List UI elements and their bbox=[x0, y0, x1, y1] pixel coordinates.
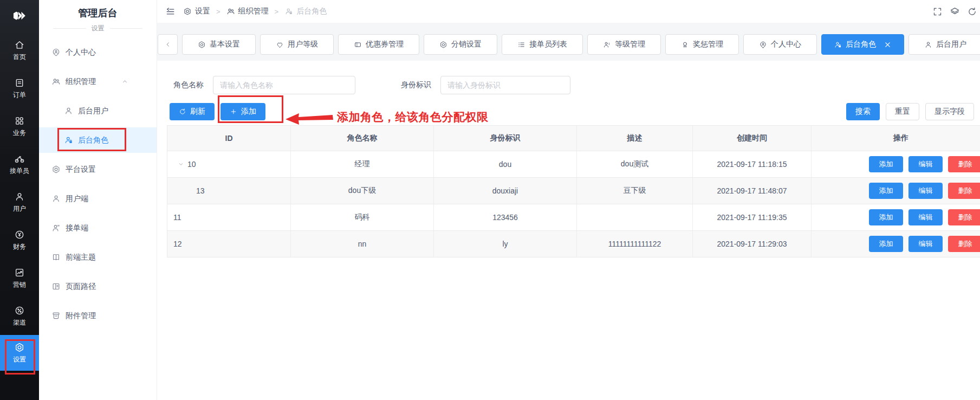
row-add-button[interactable]: 添加 bbox=[869, 236, 903, 252]
breadcrumb-separator: > bbox=[275, 8, 279, 16]
sidebar-menu-item[interactable]: 附件管理 bbox=[39, 303, 157, 328]
breadcrumb-label: 后台角色 bbox=[296, 7, 327, 16]
skin-button[interactable] bbox=[950, 7, 960, 17]
tab-item[interactable]: 等级管理 bbox=[587, 34, 661, 55]
table-header-row: ID角色名称身份标识描述创建时间操作 bbox=[167, 126, 980, 151]
skin-icon bbox=[950, 7, 960, 17]
sidebar-menu-item[interactable]: 用户端 bbox=[39, 186, 157, 211]
tab-item[interactable]: 分销设置 bbox=[424, 34, 497, 55]
row-add-button[interactable]: 添加 bbox=[869, 183, 903, 199]
tab-item[interactable]: 优惠券管理 bbox=[338, 34, 419, 55]
person-icon bbox=[924, 41, 932, 49]
tab-label: 个人中心 bbox=[771, 40, 801, 49]
breadcrumb-item[interactable]: 设置 bbox=[183, 7, 210, 16]
tab-label: 后台角色 bbox=[846, 40, 876, 49]
sidebar-menu-item[interactable]: 个人中心 bbox=[39, 40, 157, 65]
rail-item[interactable]: 接单员 bbox=[0, 145, 39, 183]
tabs-scroll-left-button[interactable] bbox=[158, 34, 178, 55]
annotation-text: 添加角色，给该角色分配权限 bbox=[337, 109, 489, 125]
fields-button[interactable]: 显示字段 bbox=[925, 103, 974, 120]
rail-item[interactable]: 首页 bbox=[0, 31, 39, 69]
refresh-button[interactable] bbox=[967, 7, 977, 17]
rail-item[interactable]: 用户 bbox=[0, 183, 39, 221]
breadcrumb-item[interactable]: 后台角色 bbox=[284, 7, 327, 16]
tab-item[interactable]: 个人中心 bbox=[743, 34, 817, 55]
sidebar-menu-item[interactable]: 页面路径 bbox=[39, 274, 157, 299]
refresh-button[interactable]: 刷新 bbox=[170, 103, 215, 120]
sidebar-item-label: 前端主题 bbox=[66, 253, 96, 262]
rail-item[interactable]: 营销 bbox=[0, 259, 39, 297]
row-delete-button[interactable]: 删除 bbox=[948, 209, 980, 225]
sidebar-menu-item[interactable]: 接单端 bbox=[39, 215, 157, 241]
cell-desc: 11111111111122 bbox=[577, 231, 693, 257]
rail-item-label: 业务 bbox=[13, 130, 26, 137]
row-delete-button[interactable]: 删除 bbox=[948, 156, 980, 172]
person-pin-icon bbox=[759, 41, 767, 49]
tab-item[interactable]: 基本设置 bbox=[182, 34, 256, 55]
sidebar-menu-item[interactable]: 组织管理 bbox=[39, 69, 157, 94]
tab-label: 优惠券管理 bbox=[366, 40, 404, 49]
tab-label: 用户等级 bbox=[288, 40, 318, 49]
row-edit-button[interactable]: 编辑 bbox=[908, 236, 943, 252]
app-logo[interactable] bbox=[0, 0, 39, 31]
nut-icon bbox=[183, 7, 192, 16]
tab-label: 奖惩管理 bbox=[693, 40, 723, 49]
collapse-sidebar-button[interactable] bbox=[165, 7, 176, 17]
row-add-button[interactable]: 添加 bbox=[869, 156, 903, 172]
row-add-button[interactable]: 添加 bbox=[869, 209, 903, 225]
rail-item[interactable]: 设置 bbox=[0, 335, 39, 371]
tab-active[interactable]: 后台角色 bbox=[821, 34, 904, 55]
cell-created: 2021-09-17 11:19:35 bbox=[693, 204, 812, 230]
filter-group: 身份标识 bbox=[401, 76, 570, 94]
cell-created: 2021-09-17 11:29:03 bbox=[693, 231, 812, 257]
nut-icon bbox=[51, 165, 61, 174]
home-icon bbox=[14, 40, 25, 50]
search-button-label: 搜索 bbox=[855, 107, 871, 117]
row-edit-button[interactable]: 编辑 bbox=[908, 209, 943, 225]
channel-icon bbox=[14, 305, 25, 316]
cell-identity: 123456 bbox=[434, 204, 577, 230]
rail-item-label: 接单员 bbox=[10, 167, 29, 175]
tab-item[interactable]: 后台用户 bbox=[908, 34, 980, 55]
tab-label: 接单员列表 bbox=[529, 40, 567, 49]
sidebar-menu-item[interactable]: 后台角色 bbox=[39, 127, 157, 153]
sidebar-menu-item[interactable]: 平台设置 bbox=[39, 157, 157, 182]
tab-item[interactable]: 奖惩管理 bbox=[665, 34, 739, 55]
topbar-actions bbox=[932, 7, 979, 17]
row-edit-button[interactable]: 编辑 bbox=[908, 183, 943, 199]
tab-item[interactable]: 用户等级 bbox=[260, 34, 334, 55]
tab-item[interactable]: 接单员列表 bbox=[502, 34, 583, 55]
app-logo-icon bbox=[11, 9, 28, 23]
rail-item[interactable]: 订单 bbox=[0, 69, 39, 107]
cell-actions: 添加编辑删除 bbox=[812, 151, 980, 177]
expand-row-icon[interactable] bbox=[178, 161, 184, 167]
reset-button[interactable]: 重置 bbox=[886, 103, 919, 120]
row-delete-button[interactable]: 删除 bbox=[948, 236, 980, 252]
tab-close-icon[interactable] bbox=[884, 41, 892, 49]
row-delete-button[interactable]: 删除 bbox=[948, 183, 980, 199]
table-header-cell: 描述 bbox=[577, 126, 693, 151]
sidebar-menu-item[interactable]: 前端主题 bbox=[39, 244, 157, 270]
refresh-label: 刷新 bbox=[190, 107, 205, 117]
search-button[interactable]: 搜索 bbox=[846, 103, 880, 120]
user-icon bbox=[14, 191, 25, 202]
cell-id: 13 bbox=[167, 178, 291, 204]
add-button[interactable]: 添加 bbox=[220, 103, 265, 120]
filter-input[interactable] bbox=[213, 76, 355, 94]
sidebar-menu: 个人中心组织管理后台用户后台角色平台设置用户端接单端前端主题页面路径附件管理 bbox=[39, 40, 157, 328]
rail-item[interactable]: 业务 bbox=[0, 107, 39, 145]
breadcrumb-item[interactable]: 组织管理 bbox=[226, 7, 269, 16]
fullscreen-button[interactable] bbox=[932, 7, 943, 17]
rail-item[interactable]: 渠道 bbox=[0, 297, 39, 335]
table-header-cell: 身份标识 bbox=[434, 126, 577, 151]
sidebar-menu-item[interactable]: 后台用户 bbox=[39, 98, 157, 124]
add-label: 添加 bbox=[241, 107, 256, 117]
filter-input[interactable] bbox=[440, 76, 570, 94]
toolbar-left: 刷新 添加 bbox=[170, 103, 265, 120]
row-edit-button[interactable]: 编辑 bbox=[908, 156, 943, 172]
cell-actions: 添加编辑删除 bbox=[812, 204, 980, 230]
book-icon bbox=[51, 253, 61, 262]
rail-item[interactable]: 财务 bbox=[0, 221, 39, 259]
refresh-icon bbox=[179, 108, 186, 115]
tab-label: 后台用户 bbox=[936, 40, 966, 49]
